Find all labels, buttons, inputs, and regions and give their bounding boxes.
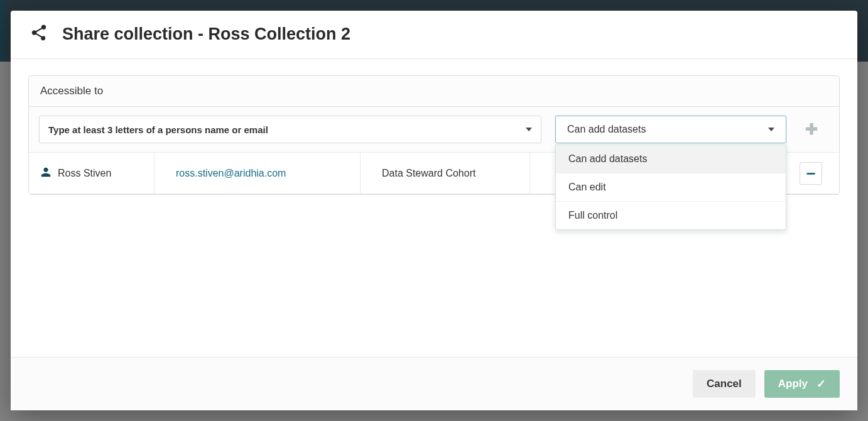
share-icon	[30, 23, 48, 45]
user-name: Ross Stiven	[58, 168, 111, 179]
panel-header: Accessible to	[29, 76, 839, 107]
person-search-input[interactable]: Type at least 3 letters of a persons nam…	[39, 116, 541, 143]
cancel-label: Cancel	[707, 378, 742, 390]
user-email[interactable]: ross.stiven@aridhia.com	[176, 168, 286, 179]
add-person-button[interactable]: ✚	[800, 118, 823, 141]
apply-button[interactable]: Apply ✓	[764, 370, 840, 398]
permission-select[interactable]: Can add datasets	[555, 116, 786, 143]
user-email-cell: ross.stiven@aridhia.com	[168, 153, 361, 194]
permission-option-can-add-datasets[interactable]: Can add datasets	[556, 145, 786, 173]
share-collection-modal: Share collection - Ross Collection 2 Acc…	[11, 11, 857, 410]
permission-dropdown: Can add datasets Can edit Full control	[555, 145, 786, 230]
remove-person-button[interactable]: −	[800, 162, 822, 185]
permission-option-full-control[interactable]: Full control	[556, 202, 786, 229]
modal-footer: Cancel Apply ✓	[11, 357, 857, 410]
cancel-button[interactable]: Cancel	[693, 370, 756, 398]
chevron-down-icon	[768, 128, 774, 131]
chevron-down-icon	[526, 128, 532, 131]
user-role-cell: Data Steward Cohort	[374, 153, 530, 194]
apply-label: Apply	[778, 378, 808, 390]
accessible-to-panel: Accessible to Type at least 3 letters of…	[28, 75, 840, 195]
plus-icon: ✚	[805, 121, 818, 138]
check-icon: ✓	[816, 377, 826, 391]
permission-selected-value: Can add datasets	[567, 124, 646, 135]
modal-title: Share collection - Ross Collection 2	[62, 25, 350, 44]
user-role: Data Steward Cohort	[382, 168, 475, 179]
modal-header: Share collection - Ross Collection 2	[11, 11, 857, 59]
permission-option-can-edit[interactable]: Can edit	[556, 173, 786, 202]
user-name-cell: Ross Stiven	[29, 153, 155, 194]
person-icon	[40, 167, 52, 180]
add-person-row: Type at least 3 letters of a persons nam…	[29, 107, 839, 153]
person-search-placeholder: Type at least 3 letters of a persons nam…	[48, 124, 268, 135]
